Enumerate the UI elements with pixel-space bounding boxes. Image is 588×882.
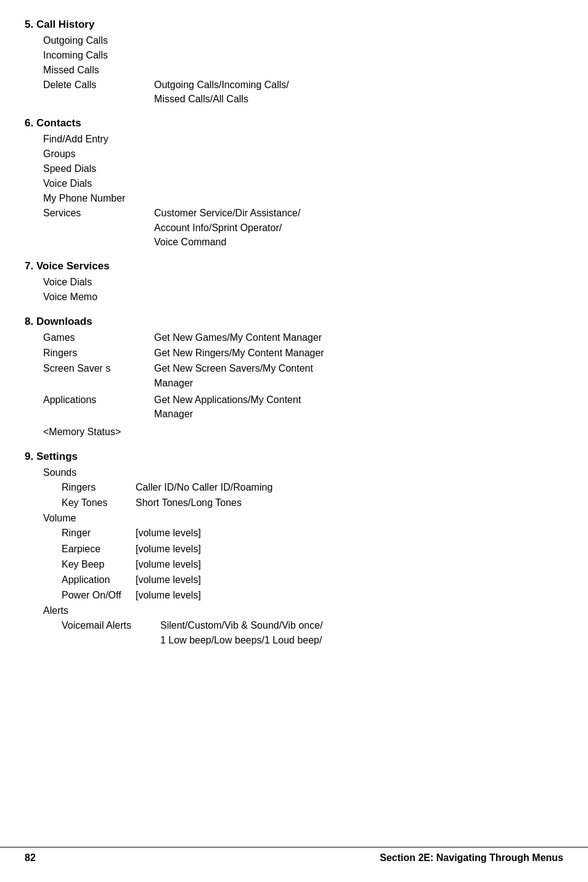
item-value: Silent/Custom/Vib & Sound/Vib once/1 Low… — [160, 618, 563, 647]
item-value: [volume levels] — [136, 588, 563, 602]
item-value: [volume levels] — [136, 526, 563, 540]
item-value: Short Tones/Long Tones — [136, 496, 563, 510]
item-value: Customer Service/Dir Assistance/Account … — [154, 206, 563, 249]
section-8: 8. Downloads Games Get New Games/My Cont… — [25, 316, 563, 439]
volume-items: Ringer [volume levels] Earpiece [volume … — [43, 526, 563, 602]
item-value: [volume levels] — [136, 542, 563, 556]
volume-label: Volume — [43, 511, 563, 526]
section-5-title: 5. Call History — [25, 18, 563, 31]
section-8-heading: Downloads — [36, 316, 92, 327]
section-6: 6. Contacts Find/Add Entry Groups Speed … — [25, 117, 563, 249]
section-7-number: 7. — [25, 260, 33, 272]
list-item: Ringer [volume levels] — [62, 526, 563, 540]
section-5: 5. Call History Outgoing Calls Incoming … — [25, 18, 563, 106]
list-item: Earpiece [volume levels] — [62, 542, 563, 556]
section-5-number: 5. — [25, 18, 33, 30]
section-7-title: 7. Voice Services — [25, 260, 563, 272]
alerts-items: Voicemail Alerts Silent/Custom/Vib & Sou… — [43, 618, 563, 647]
footer-page-number: 82 — [25, 852, 36, 864]
volume-group: Volume Ringer [volume levels] Earpiece [… — [25, 511, 563, 602]
item-value: Outgoing Calls/Incoming Calls/Missed Cal… — [154, 78, 563, 106]
list-item: Speed Dials — [43, 161, 563, 176]
list-item: Services Customer Service/Dir Assistance… — [43, 206, 563, 249]
list-item: Outgoing Calls — [43, 33, 563, 48]
list-item: Applications Get New Applications/My Con… — [43, 393, 563, 421]
section-7: 7. Voice Services Voice Dials Voice Memo — [25, 260, 563, 304]
list-item: Voice Dials — [43, 176, 563, 191]
section-9-number: 9. — [25, 451, 33, 462]
section-6-heading: Contacts — [36, 117, 81, 129]
section-9-heading: Settings — [36, 451, 78, 462]
sounds-group: Sounds Ringers Caller ID/No Caller ID/Ro… — [25, 465, 563, 510]
section-7-heading: Voice Services — [36, 260, 110, 272]
item-label: Voicemail Alerts — [62, 618, 160, 647]
item-label: Key Tones — [62, 496, 136, 510]
item-value: Get New Games/My Content Manager — [154, 330, 563, 345]
item-label: Power On/Off — [62, 588, 136, 602]
list-item: Incoming Calls — [43, 48, 563, 63]
item-label: Key Beep — [62, 557, 136, 571]
section-5-heading: Call History — [36, 18, 94, 30]
item-label: Application — [62, 573, 136, 587]
item-label: Ringers — [62, 480, 136, 494]
footer: 82 Section 2E: Navigating Through Menus — [0, 847, 588, 864]
list-item: My Phone Number — [43, 191, 563, 206]
list-item: Missed Calls — [43, 63, 563, 78]
section-6-number: 6. — [25, 117, 33, 129]
item-value: Get New Ringers/My Content Manager — [154, 346, 563, 360]
item-value: [volume levels] — [136, 573, 563, 587]
sounds-items: Ringers Caller ID/No Caller ID/Roaming K… — [43, 480, 563, 510]
list-item: Find/Add Entry — [43, 132, 563, 147]
item-value: Caller ID/No Caller ID/Roaming — [136, 480, 563, 494]
list-item: Voice Dials — [43, 275, 563, 290]
section-6-title: 6. Contacts — [25, 117, 563, 129]
section-9: 9. Settings Sounds Ringers Caller ID/No … — [25, 451, 563, 647]
list-item: Screen Saver s Get New Screen Savers/My … — [43, 361, 563, 390]
list-item: Groups — [43, 147, 563, 161]
sounds-label: Sounds — [43, 465, 563, 480]
item-label: Screen Saver s — [43, 361, 154, 390]
item-value: Get New Applications/My ContentManager — [154, 393, 563, 421]
list-item: Key Beep [volume levels] — [62, 557, 563, 571]
item-label: Delete Calls — [43, 78, 154, 106]
list-item: Power On/Off [volume levels] — [62, 588, 563, 602]
list-item: Ringers Get New Ringers/My Content Manag… — [43, 346, 563, 360]
alerts-group: Alerts Voicemail Alerts Silent/Custom/Vi… — [25, 603, 563, 647]
item-label: Ringer — [62, 526, 136, 540]
section-8-title: 8. Downloads — [25, 316, 563, 328]
section-8-number: 8. — [25, 316, 33, 327]
list-item: Delete Calls Outgoing Calls/Incoming Cal… — [43, 78, 563, 106]
item-value: Get New Screen Savers/My ContentManager — [154, 361, 563, 390]
item-label: Applications — [43, 393, 154, 421]
item-label: Ringers — [43, 346, 154, 360]
list-item: <Memory Status> — [43, 425, 563, 439]
list-item: Voicemail Alerts Silent/Custom/Vib & Sou… — [62, 618, 563, 647]
list-item: Ringers Caller ID/No Caller ID/Roaming — [62, 480, 563, 494]
item-label: Services — [43, 206, 154, 249]
list-item: Application [volume levels] — [62, 573, 563, 587]
list-item: Voice Memo — [43, 290, 563, 304]
section-9-title: 9. Settings — [25, 451, 563, 463]
item-label: Earpiece — [62, 542, 136, 556]
list-item: Games Get New Games/My Content Manager — [43, 330, 563, 345]
list-item: Key Tones Short Tones/Long Tones — [62, 496, 563, 510]
alerts-label: Alerts — [43, 603, 563, 618]
item-value: [volume levels] — [136, 557, 563, 571]
item-label: Games — [43, 330, 154, 345]
footer-title: Section 2E: Navigating Through Menus — [380, 852, 563, 864]
